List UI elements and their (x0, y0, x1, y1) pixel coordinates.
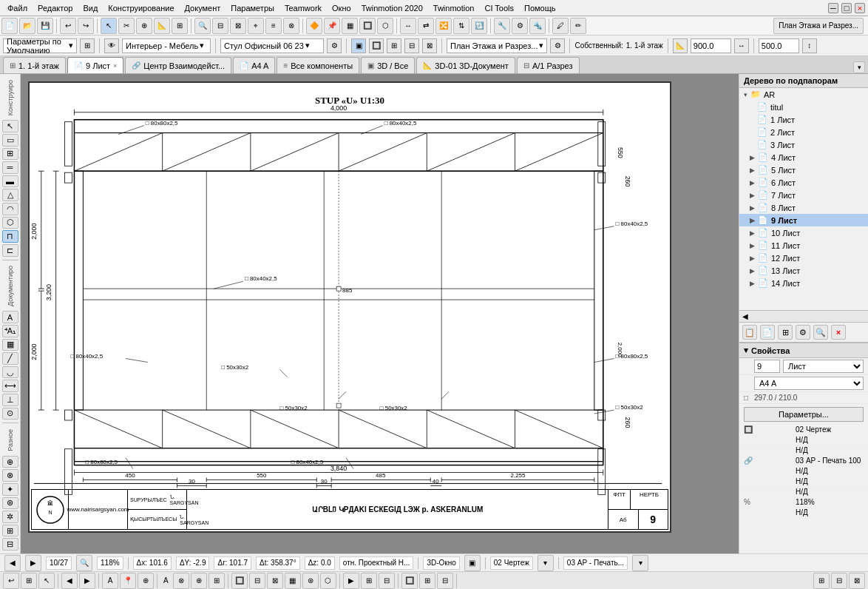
left-zone[interactable]: ⊙ (2, 408, 18, 420)
param-view3[interactable]: ⊟ (404, 38, 419, 53)
left-stair[interactable]: ⊓ (2, 230, 18, 243)
param-view1[interactable]: 🔲 (369, 38, 384, 53)
tree-root-expand[interactable]: ▾ 📁 AR (739, 88, 868, 101)
new-button[interactable]: 📄 (1, 18, 18, 34)
tree-list10[interactable]: ▶ 📄 10 Лист (739, 226, 868, 239)
bt11[interactable]: ⊞ (208, 573, 225, 589)
tab-section[interactable]: ⊟ A/1 Разрез (517, 57, 580, 73)
bt23[interactable]: ⊟ (437, 573, 453, 589)
tool-g1[interactable]: 🖊 (552, 18, 569, 34)
tool-b4[interactable]: 📐 (154, 18, 170, 34)
tab-center[interactable]: 🔗 Центр Взаимодейст... (125, 57, 231, 73)
bt10[interactable]: ⊕ (191, 573, 207, 589)
left-hatch[interactable]: ▦ (2, 339, 18, 351)
tool-c1[interactable]: 🔍 (194, 18, 211, 34)
tabs-overflow-btn[interactable]: ▾ (853, 61, 865, 73)
maximize-button[interactable]: □ (841, 3, 852, 13)
interiors-dropdown[interactable]: Интерьер - Мебель ▾ (122, 38, 211, 53)
zoom-btn[interactable]: 🔍 (76, 555, 92, 571)
menu-twinmotion2020[interactable]: Twinmotion 2020 (357, 2, 427, 14)
param-btn2[interactable]: 📐 (673, 38, 688, 53)
tool-d3[interactable]: ▦ (342, 18, 358, 34)
ri-btn4[interactable]: ⚙ (796, 325, 810, 340)
redo-button[interactable]: ↪ (78, 18, 94, 34)
ri-btn5[interactable]: 🔍 (813, 325, 828, 340)
tree-list2[interactable]: 📄 2 Лист (739, 126, 868, 138)
left-fig1[interactable]: ⊕ (2, 456, 18, 468)
bt13[interactable]: ⊟ (249, 573, 265, 589)
tool-c3[interactable]: ⊠ (230, 18, 246, 34)
print-menu-btn[interactable]: ▾ (632, 555, 648, 571)
drawing-menu-btn[interactable]: ▾ (538, 555, 554, 571)
view3d-field[interactable]: 3D-Окно (423, 556, 459, 570)
params-button[interactable]: Параметры... (744, 407, 864, 422)
tab-sheet9[interactable]: 📄 9 Лист × (67, 57, 123, 73)
print-ref-field[interactable]: 03 АР - Печать... (563, 556, 628, 570)
select-button[interactable]: ↖ (101, 18, 117, 34)
menu-file[interactable]: Файл (3, 2, 32, 14)
param-view4[interactable]: ⊠ (422, 38, 437, 53)
left-slab[interactable]: ▬ (2, 175, 18, 188)
tree-list9[interactable]: ▶ 📄 9 Лист (739, 214, 868, 226)
tool-e2[interactable]: ⇄ (418, 18, 434, 34)
left-level[interactable]: ⊥ (2, 394, 18, 406)
tab-3d-doc[interactable]: 📐 3D-01 3D-Документ (416, 57, 515, 73)
tree-list1[interactable]: 📄 1 Лист (739, 113, 868, 126)
save-button[interactable]: 💾 (37, 18, 53, 34)
tree-list8[interactable]: ▶ 📄 8 Лист (739, 201, 868, 214)
tool-c2[interactable]: ⊟ (212, 18, 228, 34)
bt21[interactable]: 🔲 (401, 573, 418, 589)
tab-sheet9-close[interactable]: × (113, 62, 117, 70)
tab-floor1[interactable]: ⊞ 1. 1-й этаж (3, 57, 66, 73)
tree-list6[interactable]: ▶ 📄 6 Лист (739, 176, 868, 189)
tree-list14[interactable]: ▶ 📄 14 Лист (739, 277, 868, 289)
left-fig7[interactable]: ⊟ (2, 538, 18, 551)
left-fig3[interactable]: ✦ (2, 483, 18, 496)
bt22[interactable]: ⊞ (419, 573, 435, 589)
bt12[interactable]: 🔲 (231, 573, 248, 589)
left-shell[interactable]: ◠ (2, 203, 18, 215)
tree-list5[interactable]: ▶ 📄 5 Лист (739, 164, 868, 176)
tool-d2[interactable]: 📌 (324, 18, 340, 34)
left-railing[interactable]: ⊏ (2, 244, 18, 257)
bt8[interactable]: ⊕ (138, 573, 154, 589)
bt7[interactable]: 📍 (120, 573, 136, 589)
tab-3d[interactable]: ▣ 3D / Все (361, 57, 415, 73)
canvas-area[interactable]: STUP «U» U1:30 (21, 74, 739, 553)
tool-d4[interactable]: 🔲 (359, 18, 376, 34)
bt17[interactable]: ⬡ (320, 573, 336, 589)
prop-num-input[interactable] (754, 360, 780, 373)
tool-b2[interactable]: ✂ (118, 18, 135, 34)
tool-d1[interactable]: 🔶 (306, 18, 322, 34)
menu-teamwork[interactable]: Teamwork (280, 2, 326, 14)
bt2[interactable]: ⊞ (21, 573, 37, 589)
param-view2[interactable]: ⊞ (387, 38, 401, 53)
bt26[interactable]: ⊠ (849, 573, 865, 589)
bt24[interactable]: ⊞ (813, 573, 830, 589)
ri-btn2[interactable]: 📄 (760, 325, 775, 340)
height-input[interactable] (759, 38, 799, 53)
bt19[interactable]: ⊞ (361, 573, 377, 589)
bt18[interactable]: ▶ (343, 573, 359, 589)
param-btn3[interactable]: ↔ (734, 38, 749, 53)
left-label[interactable]: ⁴A₁ (2, 325, 18, 337)
menu-view[interactable]: Вид (78, 2, 102, 14)
plan-settings-btn[interactable]: ⚙ (550, 38, 565, 53)
close-button[interactable]: × (855, 3, 865, 13)
menu-twinmotion[interactable]: Twinmotion (429, 2, 479, 14)
menu-document[interactable]: Документ (180, 2, 226, 14)
menu-construct[interactable]: Конструирование (104, 2, 178, 14)
panel-collapse-bar[interactable]: ◀ (739, 310, 868, 323)
menu-ci-tools[interactable]: CI Tools (480, 2, 518, 14)
tree-container[interactable]: ▾ 📁 AR 📄 titul 📄 1 Лист 📄 2 Лист 📄 3 Лис… (739, 88, 868, 310)
left-fig2[interactable]: ⊗ (2, 469, 18, 482)
3d-view-btn[interactable]: ▣ (464, 555, 481, 571)
default-params-dropdown[interactable]: Параметры по Умолчанию ▾ (3, 38, 77, 53)
tool-b5[interactable]: ⊞ (172, 18, 188, 34)
bt9[interactable]: ⊗ (173, 573, 189, 589)
tool-f2[interactable]: ⚙ (512, 18, 528, 34)
tool-c5[interactable]: ≡ (265, 18, 282, 34)
open-button[interactable]: 📂 (19, 18, 35, 34)
element-dropdown[interactable]: Стул Офисный 06 23 ▾ (220, 38, 324, 53)
tree-list12[interactable]: ▶ 📄 12 Лист (739, 252, 868, 264)
